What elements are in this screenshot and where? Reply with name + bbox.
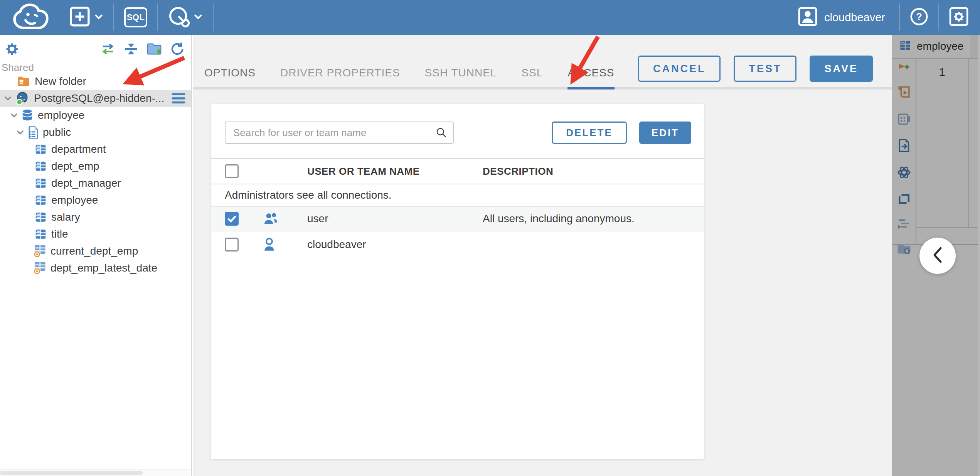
- tree-item-dept-manager[interactable]: dept_manager: [0, 175, 191, 192]
- tree-item-department[interactable]: department: [0, 141, 191, 158]
- navigation-sidebar: Shared New folderPostgreSQL@ep-hidden-..…: [0, 35, 192, 476]
- refresh-icon[interactable]: [170, 42, 184, 56]
- sql-editor-button[interactable]: SQL: [114, 0, 157, 35]
- row-checkbox[interactable]: [225, 238, 239, 252]
- chevron-left-icon: [933, 247, 943, 265]
- table-icon: [35, 178, 47, 189]
- tree-item-label: department: [51, 143, 106, 155]
- connection-wizard-button[interactable]: [158, 0, 213, 35]
- help-circle-icon: ?: [910, 7, 928, 27]
- tree-item-dept-emp[interactable]: dept_emp: [0, 158, 191, 175]
- chevron-down-icon: [94, 14, 103, 21]
- tree-item-employee[interactable]: employee: [0, 192, 191, 209]
- dialog-actions: CANCEL TEST SAVE: [638, 56, 873, 82]
- view-icon: [33, 262, 46, 275]
- tab-access[interactable]: ACCESS: [567, 67, 614, 89]
- sql-editor-icon: SQL: [124, 7, 147, 27]
- tab-driver-properties[interactable]: DRIVER PROPERTIES: [280, 67, 400, 89]
- select-all-checkbox[interactable]: [225, 164, 239, 178]
- tree-item-postgresql-ep-hidden[interactable]: PostgreSQL@ep-hidden-...: [0, 90, 191, 107]
- connection-tree: New folderPostgreSQL@ep-hidden-...employ…: [0, 73, 191, 277]
- column-header-description: DESCRIPTION: [483, 165, 553, 177]
- sync-connections-icon[interactable]: [100, 42, 116, 56]
- table-row-user[interactable]: userAll users, including anonymous.: [211, 207, 704, 231]
- column-header-name: USER OR TEAM NAME: [307, 165, 420, 177]
- tree-item-title[interactable]: title: [0, 226, 191, 243]
- tree-item-label: title: [51, 228, 68, 240]
- cancel-button[interactable]: CANCEL: [638, 56, 721, 82]
- new-folder-icon[interactable]: [146, 42, 162, 56]
- postgres-connection-icon: [15, 91, 29, 105]
- tab-ssh-tunnel[interactable]: SSH TUNNEL: [425, 67, 497, 89]
- settings-button[interactable]: [939, 0, 980, 35]
- tree-item-label: employee: [51, 194, 98, 206]
- tree-item-public[interactable]: public: [0, 124, 191, 141]
- tree-item-label: salary: [51, 211, 80, 223]
- tree-item-salary[interactable]: salary: [0, 209, 191, 226]
- view-icon: [33, 245, 46, 258]
- plus-square-icon: [69, 6, 90, 29]
- help-button[interactable]: ?: [900, 0, 938, 35]
- tree-item-employee[interactable]: employee: [0, 107, 191, 124]
- collapse-panel-button[interactable]: [919, 238, 956, 274]
- user-menu-button[interactable]: cloudbeaver: [794, 0, 899, 35]
- search-input[interactable]: [225, 122, 454, 144]
- scrollbar-thumb[interactable]: [0, 471, 143, 475]
- settings-square-icon: [949, 7, 968, 28]
- tree-item-label: public: [43, 126, 71, 138]
- tab-ssl[interactable]: SSL: [521, 67, 543, 89]
- tree-item-current-dept-emp[interactable]: current_dept_emp: [0, 243, 191, 260]
- dialog-tabs: OPTIONSDRIVER PROPERTIESSSH TUNNELSSLACC…: [204, 35, 615, 89]
- database-icon: [22, 109, 33, 122]
- tab-options[interactable]: OPTIONS: [204, 67, 256, 89]
- delete-button[interactable]: DELETE: [552, 122, 627, 144]
- table-icon: [35, 161, 47, 172]
- table-header-row: USER OR TEAM NAME DESCRIPTION: [211, 158, 704, 184]
- tree-item-label: dept_emp_latest_date: [51, 262, 157, 274]
- sidebar-toolbar: [0, 38, 189, 60]
- tree-item-label: New folder: [35, 75, 86, 88]
- test-button[interactable]: TEST: [734, 56, 796, 82]
- cell-description: All users, including anonymous.: [483, 213, 635, 225]
- user-name-label: cloudbeaver: [824, 11, 885, 24]
- table-row-cloudbeaver[interactable]: cloudbeaver: [211, 231, 704, 258]
- chevron-down-icon: [194, 14, 203, 21]
- wrench-circle-icon: [168, 6, 190, 29]
- new-item-button[interactable]: [59, 0, 113, 35]
- cloudbeaver-logo[interactable]: [12, 3, 50, 32]
- row-checkbox[interactable]: [225, 212, 239, 226]
- svg-text:?: ?: [916, 11, 922, 22]
- schema-icon: [28, 126, 38, 139]
- tree-section-label: Shared: [2, 62, 34, 74]
- topbar-divider: [213, 3, 214, 31]
- table-icon: [35, 229, 47, 240]
- menu-hamburger-icon[interactable]: [171, 93, 186, 104]
- user-icon: [263, 237, 276, 252]
- table-info-row: Administrators see all connections.: [211, 184, 704, 207]
- access-table: USER OR TEAM NAME DESCRIPTION Administra…: [211, 158, 704, 258]
- chevron-down-icon[interactable]: [10, 113, 19, 118]
- sidebar-horizontal-scrollbar[interactable]: [0, 469, 190, 476]
- table-icon: [35, 212, 47, 223]
- chevron-down-icon[interactable]: [16, 130, 25, 135]
- edit-button[interactable]: EDIT: [639, 122, 691, 144]
- tree-item-label: current_dept_emp: [51, 245, 138, 257]
- cell-name: cloudbeaver: [307, 238, 366, 251]
- cell-name: user: [307, 213, 328, 225]
- top-app-bar: SQL cloudbeaver ?: [0, 0, 980, 35]
- tree-item-new-folder[interactable]: New folder: [0, 73, 191, 90]
- team-icon: [263, 212, 279, 226]
- user-avatar-icon: [798, 7, 817, 28]
- tree-item-label: employee: [38, 109, 84, 122]
- settings-gear-icon[interactable]: [5, 42, 19, 56]
- folder-icon: [17, 76, 30, 87]
- collapse-all-icon[interactable]: [124, 42, 138, 56]
- chevron-down-icon[interactable]: [4, 96, 12, 101]
- table-icon: [35, 144, 47, 155]
- tree-item-dept-emp-latest-date[interactable]: dept_emp_latest_date: [0, 260, 191, 277]
- save-button[interactable]: SAVE: [810, 56, 873, 82]
- access-panel: DELETE EDIT USER OR TEAM NAME DESCRIPTIO…: [211, 104, 704, 459]
- tree-item-label: dept_emp: [51, 160, 99, 172]
- tree-item-label: PostgreSQL@ep-hidden-...: [34, 92, 164, 105]
- admin-info-text: Administrators see all connections.: [225, 189, 392, 201]
